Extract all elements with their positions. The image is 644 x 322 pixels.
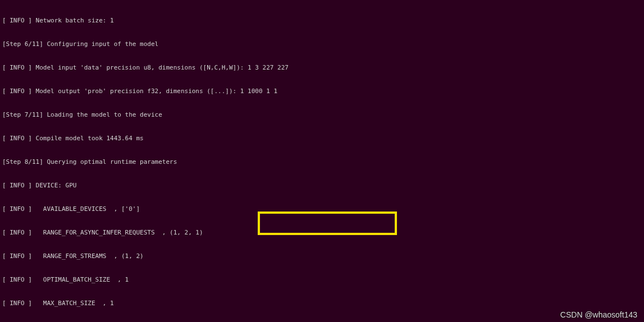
- log-line: [ INFO ] Compile model took 1443.64 ms: [2, 135, 642, 142]
- log-line: [ INFO ] RANGE_FOR_ASYNC_INFER_REQUESTS …: [2, 229, 642, 237]
- log-line: [Step 8/11] Querying optimal runtime par…: [2, 158, 642, 166]
- log-line: [ INFO ] AVAILABLE_DEVICES , ['0']: [2, 205, 642, 213]
- terminal-output: [ INFO ] Network batch size: 1 [Step 6/1…: [0, 0, 644, 322]
- log-line: [Step 7/11] Loading the model to the dev…: [2, 111, 642, 119]
- log-line: [ INFO ] OPTIMAL_BATCH_SIZE , 1: [2, 276, 642, 284]
- log-line: [ INFO ] Model output 'prob' precision f…: [2, 88, 642, 95]
- watermark-text: CSDN @whaosoft143: [560, 311, 637, 319]
- log-line: [Step 6/11] Configuring input of the mod…: [2, 40, 642, 48]
- log-line: [ INFO ] MAX_BATCH_SIZE , 1: [2, 300, 642, 307]
- log-line: [ INFO ] Network batch size: 1: [2, 17, 642, 25]
- log-line: [ INFO ] DEVICE: GPU: [2, 182, 642, 190]
- log-line: [ INFO ] Model input 'data' precision u8…: [2, 64, 642, 72]
- log-line: [ INFO ] RANGE_FOR_STREAMS , (1, 2): [2, 252, 642, 260]
